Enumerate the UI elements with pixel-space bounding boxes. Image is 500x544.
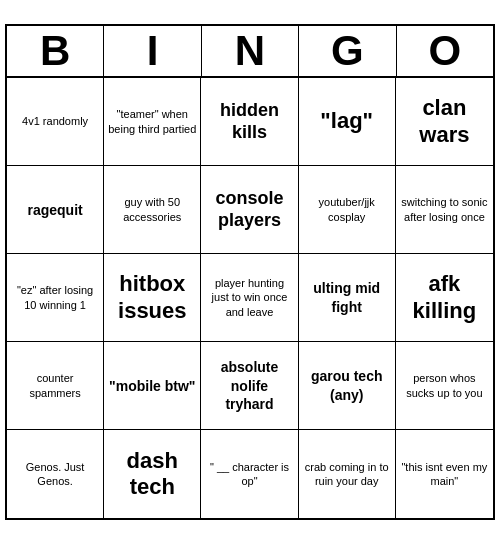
bingo-cell: guy with 50 accessories [104, 166, 201, 254]
bingo-cell: absolute nolife tryhard [201, 342, 298, 430]
bingo-cell: "ez" after losing 10 winning 1 [7, 254, 104, 342]
cell-text: "ez" after losing 10 winning 1 [11, 283, 99, 312]
cell-text: person whos sucks up to you [400, 371, 489, 400]
header-letter: N [202, 26, 299, 76]
bingo-grid: 4v1 randomly"teamer" when being third pa… [7, 78, 493, 518]
bingo-cell: clan wars [396, 78, 493, 166]
bingo-cell: crab coming in to ruin your day [299, 430, 396, 518]
cell-text: ulting mid fight [303, 279, 391, 315]
bingo-card: BINGO 4v1 randomly"teamer" when being th… [5, 24, 495, 520]
bingo-cell: "this isnt even my main" [396, 430, 493, 518]
cell-text: switching to sonic after losing once [400, 195, 489, 224]
bingo-cell: youtuber/jjk cosplay [299, 166, 396, 254]
cell-text: "this isnt even my main" [400, 460, 489, 489]
bingo-cell: "mobile btw" [104, 342, 201, 430]
bingo-cell: player hunting just to win once and leav… [201, 254, 298, 342]
bingo-cell: person whos sucks up to you [396, 342, 493, 430]
bingo-header: BINGO [7, 26, 493, 78]
cell-text: hidden kills [205, 100, 293, 143]
bingo-cell: hitbox issues [104, 254, 201, 342]
cell-text: dash tech [108, 448, 196, 501]
bingo-cell: console players [201, 166, 298, 254]
header-letter: G [299, 26, 396, 76]
cell-text: console players [205, 188, 293, 231]
cell-text: garou tech (any) [303, 367, 391, 403]
bingo-cell: ulting mid fight [299, 254, 396, 342]
header-letter: O [397, 26, 493, 76]
bingo-cell: "lag" [299, 78, 396, 166]
cell-text: " __ character is op" [205, 460, 293, 489]
bingo-cell: ragequit [7, 166, 104, 254]
cell-text: hitbox issues [108, 271, 196, 324]
bingo-cell: counter spammers [7, 342, 104, 430]
cell-text: absolute nolife tryhard [205, 358, 293, 413]
cell-text: Genos. Just Genos. [11, 460, 99, 489]
cell-text: guy with 50 accessories [108, 195, 196, 224]
bingo-cell: Genos. Just Genos. [7, 430, 104, 518]
cell-text: youtuber/jjk cosplay [303, 195, 391, 224]
bingo-cell: afk killing [396, 254, 493, 342]
bingo-cell: hidden kills [201, 78, 298, 166]
cell-text: crab coming in to ruin your day [303, 460, 391, 489]
bingo-cell: switching to sonic after losing once [396, 166, 493, 254]
bingo-cell: " __ character is op" [201, 430, 298, 518]
cell-text: player hunting just to win once and leav… [205, 276, 293, 319]
cell-text: ragequit [27, 201, 82, 219]
cell-text: 4v1 randomly [22, 114, 88, 128]
header-letter: B [7, 26, 104, 76]
cell-text: clan wars [400, 95, 489, 148]
cell-text: "teamer" when being third partied [108, 107, 196, 136]
cell-text: "mobile btw" [109, 377, 195, 395]
bingo-cell: garou tech (any) [299, 342, 396, 430]
cell-text: counter spammers [11, 371, 99, 400]
bingo-cell: 4v1 randomly [7, 78, 104, 166]
cell-text: "lag" [320, 108, 373, 134]
bingo-cell: "teamer" when being third partied [104, 78, 201, 166]
header-letter: I [104, 26, 201, 76]
bingo-cell: dash tech [104, 430, 201, 518]
cell-text: afk killing [400, 271, 489, 324]
